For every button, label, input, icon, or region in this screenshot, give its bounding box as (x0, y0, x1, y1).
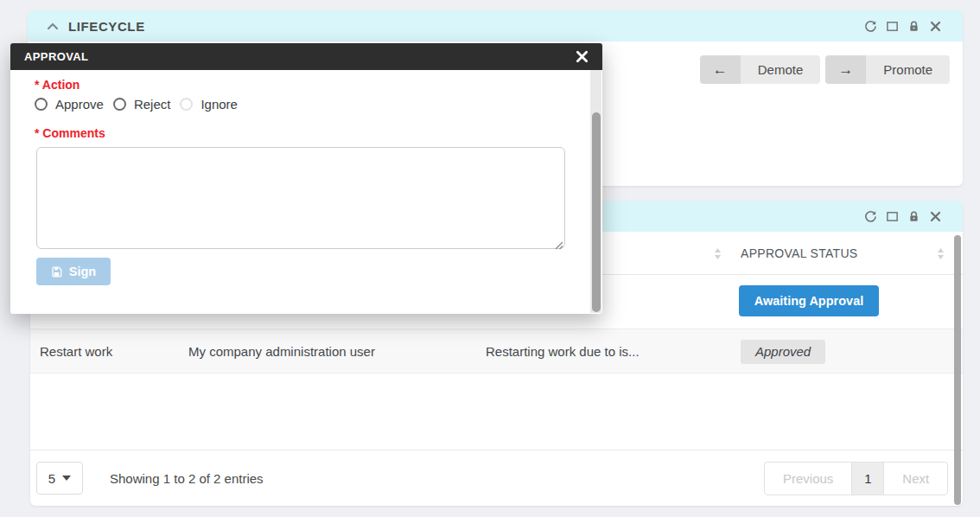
close-icon[interactable] (929, 210, 942, 223)
promote-label: Promote (866, 55, 950, 84)
showing-entries-text: Showing 1 to 2 of 2 entries (110, 450, 264, 507)
lifecycle-actions: ← Demote → Promote (700, 55, 950, 84)
page-size-value: 5 (48, 471, 55, 486)
modal-scrollbar-thumb[interactable] (592, 112, 601, 312)
radio-circle-icon (113, 98, 126, 111)
arrow-right-icon: → (825, 55, 866, 84)
radio-circle-icon (180, 98, 193, 111)
modal-header: APPROVAL (10, 43, 602, 70)
comments-textarea[interactable] (36, 147, 565, 249)
lifecycle-panel-header: LIFECYCLE (28, 10, 963, 41)
approval-modal: APPROVAL * Action Approve Reject Ignore … (10, 43, 602, 314)
arrow-left-icon: ← (700, 55, 741, 84)
collapse-chevron-icon[interactable] (46, 20, 60, 32)
awaiting-approval-button[interactable]: Awaiting Approval (739, 285, 879, 316)
maximize-icon[interactable] (886, 20, 899, 33)
lock-icon[interactable] (907, 210, 920, 223)
comments-label: * Comments (35, 126, 105, 140)
previous-page-button[interactable]: Previous (765, 463, 851, 495)
refresh-icon[interactable] (864, 20, 877, 33)
current-page-button[interactable]: 1 (851, 463, 884, 495)
radio-circle-icon (35, 98, 48, 111)
status-badge: Approved (741, 340, 825, 364)
radio-approve[interactable]: Approve (35, 97, 104, 112)
page-size-dropdown[interactable]: 5 (36, 462, 83, 495)
table-row[interactable]: Restart work My company administration u… (30, 329, 963, 373)
demote-label: Demote (741, 55, 821, 84)
chevron-down-icon (62, 476, 71, 481)
promote-button[interactable]: → Promote (825, 55, 950, 84)
pagination: Previous 1 Next (764, 462, 948, 495)
sign-button[interactable]: Sign (36, 258, 111, 285)
refresh-icon[interactable] (864, 210, 877, 223)
radio-label: Ignore (200, 97, 238, 112)
close-icon[interactable] (929, 20, 942, 33)
panel-scrollbar-thumb[interactable] (954, 235, 961, 505)
window-controls (864, 201, 942, 232)
column-header-approval-status[interactable]: APPROVAL STATUS (741, 232, 857, 275)
sort-icon[interactable] (714, 248, 722, 259)
radio-label: Approve (55, 97, 104, 112)
action-label: * Action (35, 78, 80, 92)
lock-icon[interactable] (907, 20, 920, 33)
sort-icon[interactable] (937, 248, 945, 259)
next-page-button[interactable]: Next (884, 463, 947, 495)
cell-comments: Restarting work due to is... (486, 329, 640, 374)
save-icon (51, 266, 62, 278)
action-radio-group: Approve Reject Ignore (35, 97, 238, 112)
radio-reject[interactable]: Reject (113, 97, 171, 112)
radio-label: Reject (134, 97, 171, 112)
close-icon[interactable] (576, 50, 589, 63)
page: LIFECYCLE ← Demote (0, 0, 980, 517)
modal-title: APPROVAL (24, 50, 88, 63)
table-footer: 5 Showing 1 to 2 of 2 entries Previous 1… (30, 450, 963, 506)
modal-scrollbar-track[interactable] (590, 70, 601, 313)
cell-action: Restart work (40, 329, 112, 374)
window-controls (864, 10, 942, 41)
sign-label: Sign (69, 265, 96, 278)
radio-ignore: Ignore (180, 97, 238, 112)
panel-title: LIFECYCLE (68, 19, 145, 34)
maximize-icon[interactable] (886, 210, 899, 223)
cell-user: My company administration user (188, 329, 375, 374)
demote-button[interactable]: ← Demote (700, 55, 821, 84)
